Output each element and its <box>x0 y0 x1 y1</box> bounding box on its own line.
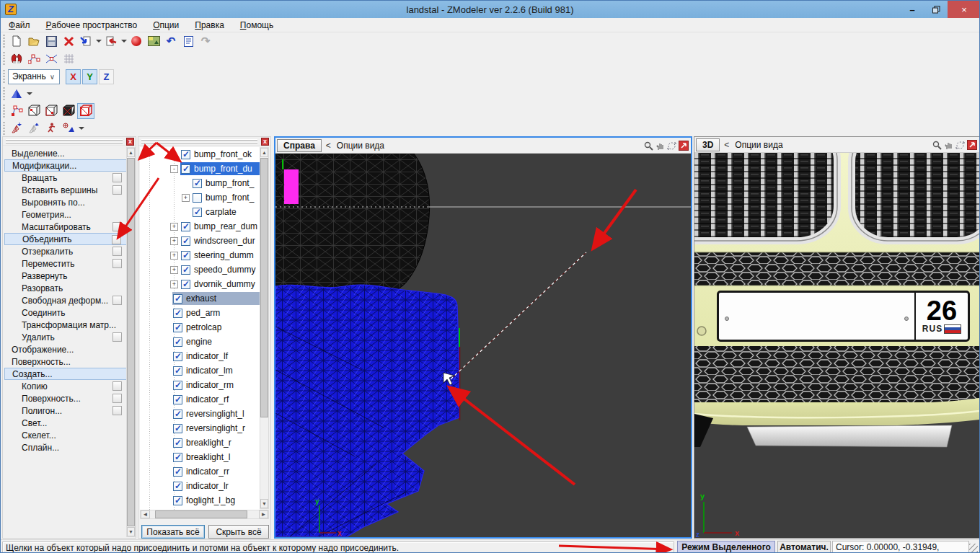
maximize-icon[interactable] <box>679 141 689 151</box>
tree-item[interactable]: steering_dumm <box>140 248 260 262</box>
command-option-button[interactable] <box>112 406 122 415</box>
toolbar-grip[interactable] <box>2 35 6 48</box>
zoom-icon[interactable] <box>643 140 654 151</box>
scroll-left-icon[interactable]: ◄ <box>141 510 150 518</box>
tree-item[interactable]: foglight_l_bg <box>140 493 260 508</box>
toolbar-grip[interactable] <box>2 105 6 118</box>
tree-item[interactable]: indicator_rr <box>140 464 260 479</box>
tree-checkbox[interactable] <box>173 424 182 433</box>
skeleton-figure-button[interactable] <box>43 120 60 136</box>
scroll-thumb[interactable] <box>260 158 268 417</box>
tree-checkbox[interactable] <box>181 265 190 275</box>
view-selector-button[interactable]: Справа <box>277 139 322 152</box>
tree-item[interactable]: breaklight_l <box>140 450 260 464</box>
tree-item[interactable]: petrolcap <box>140 320 260 335</box>
axis-x-toggle[interactable]: X <box>66 69 81 84</box>
tree-hscrollbar[interactable]: ◄ ► <box>140 510 269 519</box>
command-item[interactable]: Сплайн... <box>4 441 127 454</box>
menu-item[interactable]: Помощь <box>232 18 281 32</box>
tree-checkbox[interactable] <box>173 467 182 477</box>
scroll-up-icon[interactable]: ▲ <box>127 148 135 157</box>
tree-checkbox[interactable] <box>173 352 182 361</box>
objects-level-button[interactable] <box>77 103 94 119</box>
cone-dropdown[interactable] <box>25 86 33 102</box>
command-item[interactable]: Выровнять по... <box>4 196 127 208</box>
tree-expander-icon[interactable] <box>170 252 178 260</box>
attach-tool-button[interactable] <box>60 120 77 136</box>
tree-checkbox[interactable] <box>173 294 182 304</box>
tree-item[interactable]: indicator_lm <box>140 363 260 378</box>
scroll-thumb[interactable] <box>127 158 135 526</box>
tree-item[interactable]: bump_front_ <box>140 176 260 190</box>
maximize-icon[interactable] <box>967 140 977 150</box>
tree-expander-icon[interactable] <box>182 194 190 202</box>
unbind-pose-button[interactable] <box>25 120 43 136</box>
command-item[interactable]: Соединить <box>4 306 127 319</box>
tree-vscrollbar[interactable]: ▲ ▼ <box>260 147 269 509</box>
toolbar-grip[interactable] <box>2 87 6 100</box>
close-icon[interactable]: x <box>261 138 269 146</box>
command-item[interactable]: Скелет... <box>4 429 127 441</box>
viewport-3d[interactable]: 3D < Опции вида <box>694 136 980 539</box>
primitive-cone-button[interactable] <box>8 86 25 102</box>
tree-checkbox[interactable] <box>173 337 182 347</box>
command-option-button[interactable] <box>112 185 122 195</box>
open-file-button[interactable] <box>25 33 43 49</box>
tree-checkbox[interactable] <box>173 453 182 462</box>
minimize-button[interactable]: – <box>901 1 924 18</box>
tree-checkbox[interactable] <box>173 395 182 404</box>
restore-button[interactable] <box>924 1 948 18</box>
tree-item[interactable]: speedo_dummy <box>140 262 260 277</box>
export-dropdown[interactable] <box>120 33 128 49</box>
orbit-icon[interactable] <box>954 139 966 151</box>
tree-checkbox[interactable] <box>181 236 190 246</box>
toolbar-grip[interactable] <box>2 70 6 83</box>
command-item[interactable]: Разорвать <box>4 282 127 294</box>
tree-checkbox[interactable] <box>181 251 190 260</box>
tree-checkbox[interactable] <box>173 438 182 448</box>
vertices-level-button[interactable] <box>8 103 25 119</box>
material-editor-button[interactable] <box>128 33 145 49</box>
command-item[interactable]: Геометрия... <box>4 208 127 221</box>
tree-item[interactable]: engine <box>140 335 260 349</box>
pan-icon[interactable] <box>654 140 666 151</box>
tree-checkbox[interactable] <box>173 410 182 419</box>
texture-browser-button[interactable] <box>145 33 162 49</box>
tree-item[interactable]: indicator_rf <box>140 392 260 407</box>
hide-all-button[interactable]: Скрыть всё <box>208 525 269 539</box>
tree-checkbox[interactable] <box>173 381 182 390</box>
command-item[interactable]: Полигон... <box>4 404 127 417</box>
command-item[interactable]: Поверхность... <box>4 355 127 368</box>
tree-checkbox[interactable] <box>193 193 202 203</box>
tree-checkbox[interactable] <box>181 280 190 289</box>
tree-item[interactable]: ped_arm <box>140 306 260 320</box>
toolbar-grip[interactable] <box>2 52 6 65</box>
tree-item[interactable]: bump_front_ok <box>140 147 260 162</box>
bind-pose-button[interactable] <box>8 120 25 136</box>
view-options-label[interactable]: Опции вида <box>735 140 782 150</box>
scroll-down-icon[interactable]: ▼ <box>260 499 268 508</box>
tree-item[interactable]: dvornik_dummy <box>140 277 260 291</box>
tree-checkbox[interactable] <box>181 164 190 174</box>
show-all-button[interactable]: Показать всё <box>141 525 205 539</box>
collapse-arrow[interactable]: < <box>326 141 331 151</box>
command-item[interactable]: Переместить <box>4 257 127 270</box>
close-button[interactable]: × <box>948 1 980 18</box>
surface-level-button[interactable] <box>60 103 77 119</box>
command-item[interactable]: Трансформация матр... <box>4 319 127 331</box>
tree-item[interactable]: indicator_rm <box>140 378 260 392</box>
automatic-button[interactable]: Автоматич. <box>777 541 831 553</box>
tree-item[interactable]: indicator_lf <box>140 349 260 363</box>
command-option-button[interactable] <box>112 296 122 305</box>
command-option-button[interactable] <box>112 394 122 403</box>
pan-icon[interactable] <box>943 139 954 151</box>
tree-checkbox[interactable] <box>173 496 182 505</box>
edge-snap-button[interactable] <box>43 50 60 66</box>
side-view-canvas[interactable]: y x <box>275 154 691 537</box>
scroll-up-icon[interactable]: ▲ <box>260 148 268 157</box>
command-item[interactable]: Свет... <box>4 417 127 429</box>
close-icon[interactable]: x <box>126 138 134 146</box>
command-item[interactable]: Поверхность... <box>4 392 127 404</box>
scroll-down-icon[interactable]: ▼ <box>127 527 135 536</box>
view-options-label[interactable]: Опции вида <box>337 141 384 151</box>
